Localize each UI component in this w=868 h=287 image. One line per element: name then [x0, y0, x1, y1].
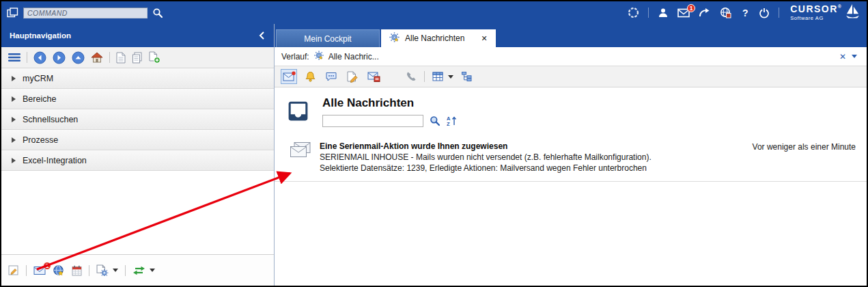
messages-tool-icon[interactable]: [281, 69, 297, 84]
mail-badge: 1: [43, 262, 51, 270]
document-icon[interactable]: [116, 52, 126, 64]
top-bar: 1 ? CURSOR® Software AG: [1, 1, 867, 24]
home-icon[interactable]: [91, 52, 103, 63]
collapse-sidebar-icon[interactable]: [257, 30, 266, 41]
tab-bar: Mein Cockpit Alle Nachrichten ✕: [275, 24, 867, 47]
search-list-icon[interactable]: [430, 115, 440, 126]
mail-icon[interactable]: 1: [33, 266, 46, 275]
close-tab-icon[interactable]: ✕: [481, 34, 487, 43]
search-icon[interactable]: [152, 8, 163, 18]
sidebar-item-schnellsuchen[interactable]: Schnellsuchen: [1, 109, 274, 130]
divider: [27, 52, 27, 63]
expand-arrow-icon: [12, 117, 16, 122]
logo-subtitle: Software AG: [790, 15, 841, 21]
content-area: Alle Nachrichten AZ: [275, 87, 867, 286]
sidebar-title: Hauptnavigation: [10, 31, 71, 40]
message-line: SERIENMAIL INHOUSE - Mails wurden nicht …: [320, 152, 652, 163]
report-gear-icon[interactable]: [96, 264, 109, 277]
nav-up-icon[interactable]: [72, 51, 85, 64]
expand-arrow-icon: [12, 158, 16, 163]
sidebar-empty-area: [1, 171, 274, 254]
message-timestamp: Vor weniger als einer Minute: [753, 141, 856, 152]
command-input[interactable]: [23, 8, 148, 18]
divider: [648, 8, 649, 18]
cursor-logo: CURSOR® Software AG: [790, 3, 860, 23]
nav-forward-icon[interactable]: [53, 51, 66, 64]
nav-back-icon[interactable]: [33, 51, 46, 64]
expand-arrow-icon: [12, 137, 16, 143]
history-item[interactable]: Alle Nachric...: [328, 52, 379, 62]
messages-icon[interactable]: 1: [677, 8, 690, 18]
hierarchy-view-icon[interactable]: [458, 69, 475, 84]
logo-brand: CURSOR®: [790, 4, 841, 14]
report-dropdown-icon[interactable]: [113, 269, 118, 272]
sync-icon[interactable]: [132, 266, 145, 275]
windows-icon[interactable]: [7, 8, 18, 18]
copy-document-icon[interactable]: [132, 52, 143, 64]
expand-arrow-icon: [12, 96, 16, 102]
list-header: Alle Nachrichten AZ: [275, 87, 867, 127]
spinner-icon: [628, 7, 639, 18]
page-title: Alle Nachrichten: [322, 96, 457, 110]
globe-star-icon[interactable]: [53, 264, 65, 277]
nachrichten-gear-icon: [314, 51, 324, 62]
message-title: Eine Serienmail-Aktion wurde Ihnen zugew…: [320, 141, 652, 151]
messages-badge: 1: [687, 4, 695, 12]
sort-icon[interactable]: AZ: [447, 115, 457, 126]
svg-text:Z: Z: [447, 121, 450, 126]
main-area: Mein Cockpit Alle Nachrichten ✕ Verlauf:…: [275, 24, 867, 286]
calendar-icon[interactable]: [72, 265, 82, 276]
redo-icon[interactable]: [699, 8, 711, 18]
divider: [125, 265, 126, 276]
sidebar-toolbar: [1, 47, 274, 68]
table-view-dropdown-icon[interactable]: [448, 75, 453, 79]
list-search-input[interactable]: [322, 115, 423, 127]
globe-icon[interactable]: [720, 7, 731, 18]
navigation-accordion: myCRM Bereiche Schnellsuchen Prozesse Ex…: [1, 68, 274, 171]
edit-document-icon[interactable]: [344, 69, 361, 84]
expand-arrow-icon: [12, 76, 16, 81]
topbar-actions: 1 ? CURSOR® Software AG: [628, 3, 860, 23]
mail-schedule-icon[interactable]: [365, 69, 382, 84]
tab-alle-nachrichten[interactable]: Alle Nachrichten ✕: [381, 29, 496, 47]
envelope-stack-icon: [290, 141, 311, 161]
close-history-icon[interactable]: ✕: [839, 52, 846, 62]
message-list-item[interactable]: Eine Serienmail-Aktion wurde Ihnen zugew…: [275, 139, 867, 182]
table-view-icon[interactable]: [430, 69, 446, 84]
divider: [779, 8, 779, 18]
divider: [89, 265, 89, 276]
power-icon[interactable]: [759, 8, 770, 18]
sidebar-item-prozesse[interactable]: Prozesse: [1, 130, 274, 150]
main-toolbar: [275, 66, 867, 87]
divider: [424, 71, 425, 82]
sidebar: Hauptnavigation: [1, 24, 275, 286]
inbox-icon: [285, 98, 311, 126]
phone-icon[interactable]: [403, 69, 419, 84]
divider: [26, 265, 27, 276]
divider: [109, 52, 110, 63]
chat-icon[interactable]: [323, 69, 339, 84]
history-label: Verlauf:: [281, 52, 309, 62]
new-document-icon[interactable]: [149, 51, 160, 64]
sidebar-item-bereiche[interactable]: Bereiche: [1, 89, 274, 109]
history-bar: Verlauf: Alle Nachric... ✕: [275, 47, 867, 66]
sidebar-item-mycrm[interactable]: myCRM: [1, 68, 274, 89]
edit-note-icon[interactable]: [8, 265, 19, 276]
tab-mein-cockpit[interactable]: Mein Cockpit: [276, 29, 380, 47]
sync-dropdown-icon[interactable]: [150, 269, 155, 272]
user-icon[interactable]: [658, 8, 669, 18]
message-line: Selektierte Datensätze: 1239, Erledigte …: [320, 163, 652, 174]
alerts-bell-icon[interactable]: [302, 69, 318, 84]
sidebar-header: Hauptnavigation: [1, 24, 274, 47]
menu-icon[interactable]: [8, 53, 20, 62]
nachrichten-gear-icon: [389, 32, 400, 44]
history-dropdown-icon[interactable]: [852, 55, 857, 58]
sidebar-bottom-toolbar: 1: [1, 254, 274, 286]
help-icon[interactable]: ?: [740, 8, 750, 18]
app-window: 1 ? CURSOR® Software AG: [0, 0, 868, 287]
sail-logo-icon: [845, 3, 860, 23]
sidebar-item-excel-integration[interactable]: Excel-Integration: [1, 150, 274, 171]
